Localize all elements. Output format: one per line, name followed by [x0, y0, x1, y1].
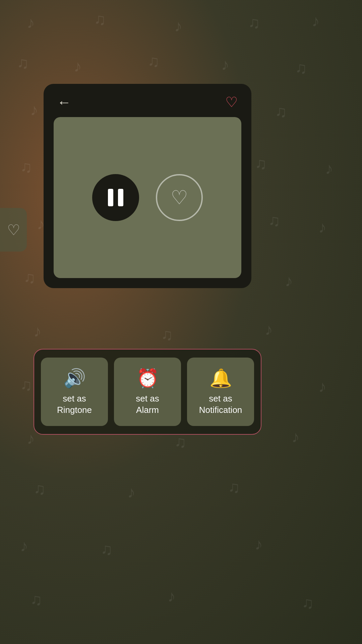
pause-icon — [108, 189, 123, 206]
like-heart-icon: ♡ — [171, 186, 188, 209]
set-notification-label: set as Notification — [199, 393, 242, 416]
album-art-area: ♡ — [54, 117, 241, 278]
favorite-button[interactable]: ♡ — [225, 94, 238, 110]
set-alarm-button[interactable]: ⏰set as Alarm — [114, 358, 181, 426]
pause-bar-left — [108, 189, 113, 206]
set-ringtone-icon: 🔊 — [63, 369, 86, 387]
set-notification-button[interactable]: 🔔set as Notification — [187, 358, 254, 426]
action-buttons-row: 🔊set as Ringtone⏰set as Alarm🔔set as Not… — [34, 349, 261, 435]
set-ringtone-button[interactable]: 🔊set as Ringtone — [41, 358, 108, 426]
like-button[interactable]: ♡ — [156, 174, 203, 221]
set-ringtone-label: set as Ringtone — [57, 393, 92, 416]
side-favorite-widget[interactable]: ♡ — [0, 208, 27, 252]
pause-button[interactable] — [92, 174, 139, 221]
back-button[interactable]: ← — [57, 95, 71, 109]
main-player-card: ← ♡ ♡ — [44, 84, 251, 288]
set-notification-icon: 🔔 — [209, 369, 232, 387]
set-alarm-label: set as Alarm — [136, 393, 159, 416]
pause-bar-right — [118, 189, 123, 206]
set-alarm-icon: ⏰ — [136, 369, 159, 387]
card-header: ← ♡ — [44, 84, 251, 117]
side-heart-icon: ♡ — [7, 221, 20, 238]
